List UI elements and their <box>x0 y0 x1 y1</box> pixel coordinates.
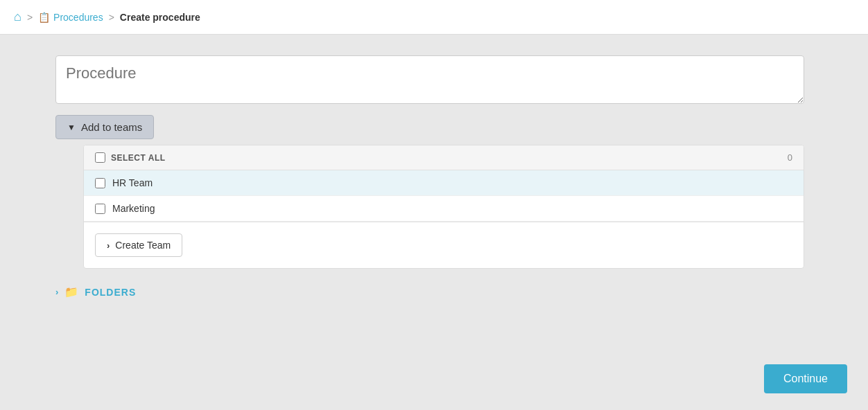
team-row-marketing[interactable]: Marketing <box>84 196 804 222</box>
select-all-checkbox[interactable] <box>95 152 105 163</box>
folders-label: FOLDERS <box>85 287 136 298</box>
select-all-left: SELECT ALL <box>95 152 166 163</box>
main-content: ▼ Add to teams SELECT ALL 0 HR Team Mark… <box>0 35 868 319</box>
chevron-down-icon: ▼ <box>67 123 76 132</box>
breadcrumb-folder-icon: 📋 <box>38 12 50 23</box>
select-all-row: SELECT ALL 0 <box>84 145 804 170</box>
chevron-right-folders-icon: › <box>55 287 59 297</box>
marketing-checkbox[interactable] <box>95 204 105 214</box>
breadcrumb: ⌂ > 📋 Procedures > Create procedure <box>0 0 868 35</box>
marketing-label: Marketing <box>112 203 155 214</box>
hr-team-checkbox[interactable] <box>95 178 105 188</box>
select-all-count: 0 <box>788 152 792 163</box>
breadcrumb-current-page: Create procedure <box>120 12 200 23</box>
teams-dropdown: SELECT ALL 0 HR Team Marketing › Create … <box>83 145 804 269</box>
folders-section[interactable]: › 📁 FOLDERS <box>55 285 813 298</box>
chevron-right-icon: › <box>107 240 110 251</box>
create-team-button[interactable]: › Create Team <box>95 233 182 257</box>
add-to-teams-button[interactable]: ▼ Add to teams <box>55 115 154 139</box>
breadcrumb-separator-1: > <box>27 12 33 23</box>
hr-team-label: HR Team <box>112 177 153 188</box>
home-icon[interactable]: ⌂ <box>14 10 21 24</box>
continue-button[interactable]: Continue <box>764 364 847 393</box>
breadcrumb-procedures-link[interactable]: 📋 Procedures <box>38 12 103 23</box>
folders-icon: 📁 <box>64 285 79 298</box>
procedure-input[interactable] <box>55 55 804 104</box>
team-row-hr[interactable]: HR Team <box>84 170 804 196</box>
create-team-label: Create Team <box>115 240 171 251</box>
select-all-label: SELECT ALL <box>111 153 166 163</box>
add-to-teams-label: Add to teams <box>81 121 142 133</box>
create-team-section: › Create Team <box>84 222 804 268</box>
breadcrumb-separator-2: > <box>109 12 114 23</box>
